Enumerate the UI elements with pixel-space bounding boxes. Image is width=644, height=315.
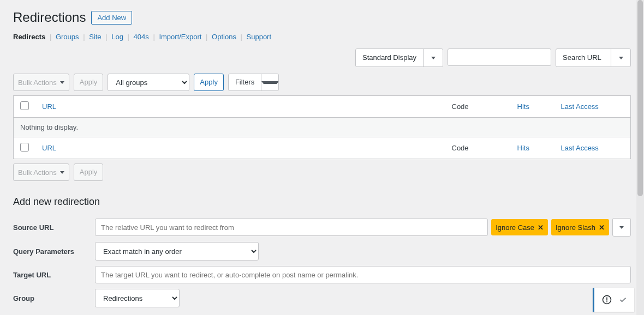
nav-redirects[interactable]: Redirects — [13, 33, 45, 41]
col-url[interactable]: URL — [35, 96, 445, 118]
col-last-access[interactable]: Last Access — [554, 96, 631, 118]
bulk-actions-label: Bulk Actions — [18, 168, 57, 177]
close-icon[interactable]: ✕ — [599, 223, 605, 232]
chevron-down-icon — [261, 74, 278, 90]
chip-label: Ignore Case — [496, 223, 534, 232]
target-url-label: Target URL — [13, 263, 95, 286]
close-icon[interactable]: ✕ — [538, 223, 544, 232]
url-options-dropdown[interactable] — [612, 218, 631, 237]
groups-filter-select[interactable]: All groups — [108, 74, 189, 91]
svg-rect-2 — [606, 301, 607, 302]
source-url-label: Source URL — [13, 215, 95, 239]
scrollbar-thumb[interactable] — [637, 0, 643, 196]
group-label: Group — [13, 286, 95, 310]
groups-apply-button[interactable]: Apply — [194, 74, 224, 91]
alert-icon — [602, 295, 612, 305]
empty-message: Nothing to display. — [14, 118, 631, 137]
col-code-footer: Code — [445, 137, 511, 159]
add-new-button[interactable]: Add New — [91, 11, 132, 25]
page-title: Redirections — [13, 10, 91, 25]
col-code: Code — [445, 96, 511, 118]
check-icon — [618, 295, 627, 304]
display-mode-select[interactable]: Standard Display — [355, 49, 443, 67]
bulk-apply-button-bottom[interactable]: Apply — [74, 163, 104, 181]
col-hits[interactable]: Hits — [511, 96, 554, 118]
chip-label: Ignore Slash — [556, 223, 595, 232]
select-all-checkbox[interactable] — [20, 101, 29, 110]
col-url-footer[interactable]: URL — [35, 137, 445, 159]
col-last-access-footer[interactable]: Last Access — [554, 137, 631, 159]
search-button-label: Search URL — [556, 49, 611, 66]
nav-groups[interactable]: Groups — [56, 33, 79, 41]
chevron-down-icon — [619, 226, 624, 229]
nav-options[interactable]: Options — [212, 33, 236, 41]
chevron-down-icon — [60, 171, 64, 174]
bulk-apply-button[interactable]: Apply — [74, 74, 104, 91]
add-redirection-form: Source URL Ignore Case ✕ Ignore Slash ✕ — [13, 215, 631, 315]
target-url-input[interactable] — [95, 266, 631, 283]
chevron-down-icon — [60, 81, 64, 84]
svg-rect-1 — [606, 298, 607, 301]
ignore-slash-chip[interactable]: Ignore Slash ✕ — [551, 219, 609, 235]
select-all-checkbox-footer[interactable] — [20, 143, 29, 152]
bulk-actions-label: Bulk Actions — [18, 78, 57, 87]
query-params-select[interactable]: Exact match in any order — [95, 242, 259, 261]
search-button[interactable]: Search URL — [556, 49, 631, 67]
bulk-actions-select-bottom[interactable]: Bulk Actions — [13, 163, 69, 181]
sub-navigation: Redirects | Groups | Site | Log | 404s |… — [13, 33, 631, 41]
chevron-down-icon — [423, 49, 443, 66]
query-params-label: Query Parameters — [13, 239, 95, 263]
ignore-case-chip[interactable]: Ignore Case ✕ — [491, 219, 548, 235]
scrollbar[interactable] — [636, 0, 644, 315]
group-select[interactable]: Redirections — [95, 289, 180, 307]
nav-import-export[interactable]: Import/Export — [159, 33, 201, 41]
filters-button[interactable]: Filters — [228, 74, 279, 91]
redirects-table: URL Code Hits Last Access Nothing to dis… — [13, 95, 631, 159]
bulk-actions-select[interactable]: Bulk Actions — [13, 74, 69, 91]
chevron-down-icon — [611, 49, 630, 66]
source-url-input[interactable] — [95, 219, 488, 236]
nav-log[interactable]: Log — [111, 33, 123, 41]
table-empty-row: Nothing to display. — [14, 118, 631, 137]
display-mode-label: Standard Display — [356, 49, 423, 66]
filters-label: Filters — [229, 74, 261, 90]
nav-404s[interactable]: 404s — [134, 33, 149, 41]
col-hits-footer[interactable]: Hits — [511, 137, 554, 159]
search-input[interactable] — [448, 49, 551, 66]
nav-support[interactable]: Support — [247, 33, 272, 41]
nav-site[interactable]: Site — [89, 33, 101, 41]
page-header: Redirections Add New — [13, 0, 631, 25]
add-redirection-heading: Add new redirection — [13, 196, 631, 208]
status-widget[interactable] — [593, 288, 634, 312]
